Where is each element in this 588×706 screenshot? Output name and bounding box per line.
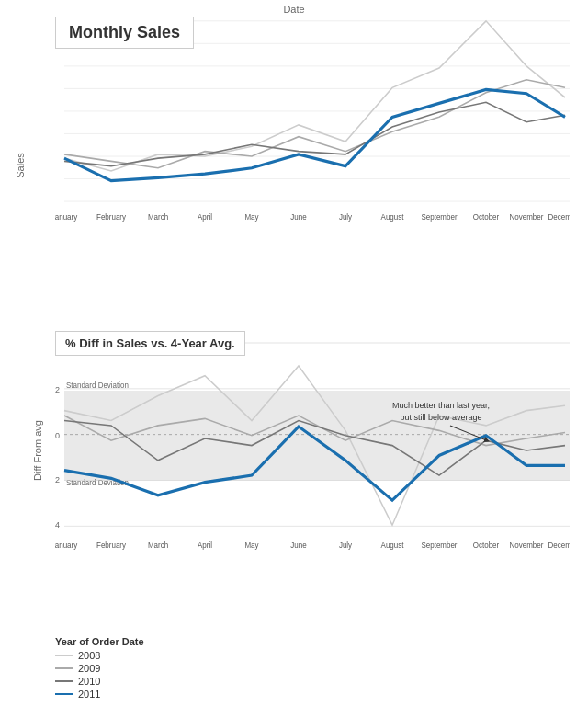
svg-text:August: August — [381, 541, 405, 550]
svg-text:September: September — [421, 541, 457, 550]
bottom-chart: % Diff in Sales vs. 4-Year Avg. Diff Fro… — [0, 322, 588, 607]
top-chart: Date Monthly Sales Sales $1,600K $1,400K… — [0, 0, 588, 331]
legend-item-2008: 2008 — [55, 650, 144, 661]
legend-label-2011: 2011 — [78, 689, 100, 700]
svg-text:$200K: $200K — [55, 176, 56, 186]
svg-text:April: April — [198, 213, 212, 222]
legend-line-2008 — [55, 655, 74, 656]
dashboard: Date Monthly Sales Sales $1,600K $1,400K… — [0, 0, 588, 706]
line-2010 — [64, 102, 565, 165]
svg-text:$400K: $400K — [55, 154, 56, 163]
svg-text:July: July — [339, 541, 353, 550]
svg-text:December: December — [548, 213, 570, 222]
svg-text:Standard Deviation: Standard Deviation — [66, 380, 129, 389]
svg-text:$800K: $800K — [55, 108, 56, 118]
legend-line-2011 — [55, 693, 74, 695]
svg-text:September: September — [421, 213, 457, 222]
legend-label-2008: 2008 — [78, 650, 100, 661]
svg-text:-0.2: -0.2 — [55, 474, 60, 484]
svg-text:August: August — [381, 213, 405, 222]
legend-title: Year of Order Date — [55, 636, 144, 647]
svg-text:October: October — [473, 541, 500, 550]
legend-item-2010: 2010 — [55, 676, 144, 687]
annotation-line1: Much better than last year, — [392, 401, 490, 410]
legend-line-2010 — [55, 680, 74, 682]
annotation-line2: but still below average — [401, 413, 482, 422]
svg-text:May: May — [244, 213, 259, 222]
date-label: Date — [283, 4, 304, 15]
legend-label-2010: 2010 — [78, 676, 100, 687]
top-chart-svg: $1,600K $1,400K $1,200K $1,000K $800K $6… — [55, 9, 570, 303]
legend-item-2009: 2009 — [55, 663, 144, 674]
diff-y-axis-label: Diff From avg — [32, 420, 43, 481]
line-2011 — [64, 89, 565, 180]
line-2009 — [64, 80, 565, 168]
svg-text:$600K: $600K — [55, 131, 56, 141]
svg-text:February: February — [96, 541, 127, 550]
svg-text:May: May — [244, 541, 259, 550]
svg-text:March: March — [148, 213, 169, 222]
svg-text:January: January — [55, 213, 78, 222]
legend: Year of Order Date 2008 2009 2010 2011 — [55, 636, 144, 701]
svg-text:-0.4: -0.4 — [55, 520, 60, 530]
svg-text:July: July — [339, 213, 353, 222]
legend-label-2009: 2009 — [78, 663, 100, 674]
svg-text:0.0: 0.0 — [55, 431, 60, 440]
bottom-chart-title: % Diff in Sales vs. 4-Year Avg. — [55, 331, 245, 356]
svg-text:November: November — [510, 213, 544, 222]
svg-text:March: March — [148, 541, 169, 550]
svg-text:November: November — [510, 541, 544, 550]
svg-text:December: December — [548, 541, 570, 550]
svg-text:$0K: $0K — [55, 198, 56, 207]
top-chart-title: Monthly Sales — [55, 17, 194, 49]
svg-text:October: October — [473, 213, 500, 222]
svg-text:April: April — [198, 541, 212, 550]
legend-line-2009 — [55, 667, 74, 669]
svg-text:January: January — [55, 541, 78, 550]
legend-item-2011: 2011 — [55, 689, 144, 700]
svg-text:0.2: 0.2 — [55, 385, 60, 394]
svg-text:February: February — [96, 213, 127, 222]
svg-text:$1,200K: $1,200K — [55, 63, 56, 73]
bottom-chart-svg: 0.4 0.2 0.0 -0.2 -0.4 Standard Deviation… — [55, 331, 570, 570]
std-dev-band — [64, 391, 570, 481]
svg-text:$1,000K: $1,000K — [55, 85, 56, 95]
svg-text:June: June — [290, 541, 307, 550]
svg-text:June: June — [290, 213, 307, 222]
sales-y-axis-label: Sales — [15, 153, 26, 178]
